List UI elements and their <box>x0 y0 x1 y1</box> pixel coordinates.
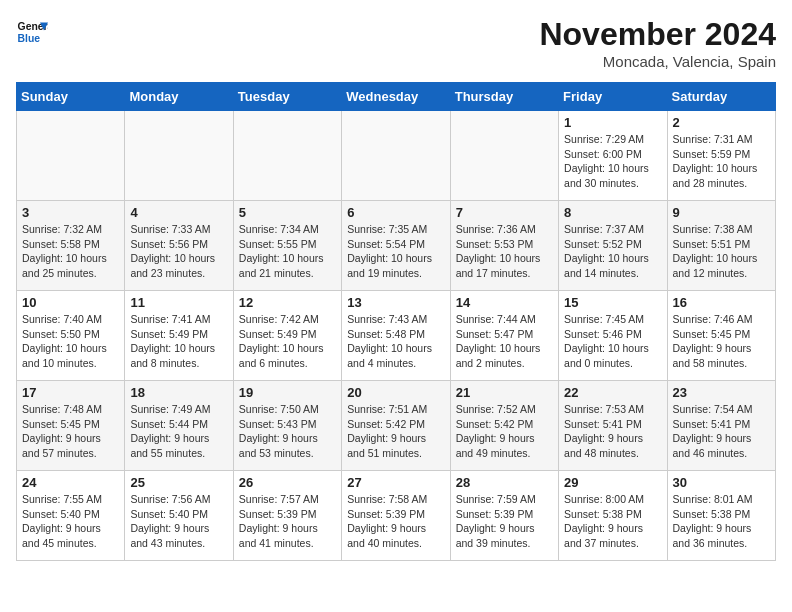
logo-icon: General Blue <box>16 16 48 48</box>
calendar-cell: 26Sunrise: 7:57 AM Sunset: 5:39 PM Dayli… <box>233 471 341 561</box>
day-info: Sunrise: 7:45 AM Sunset: 5:46 PM Dayligh… <box>564 312 661 371</box>
calendar-cell: 17Sunrise: 7:48 AM Sunset: 5:45 PM Dayli… <box>17 381 125 471</box>
day-info: Sunrise: 7:48 AM Sunset: 5:45 PM Dayligh… <box>22 402 119 461</box>
calendar-cell: 19Sunrise: 7:50 AM Sunset: 5:43 PM Dayli… <box>233 381 341 471</box>
day-info: Sunrise: 7:43 AM Sunset: 5:48 PM Dayligh… <box>347 312 444 371</box>
day-number: 18 <box>130 385 227 400</box>
day-number: 30 <box>673 475 770 490</box>
calendar-cell: 1Sunrise: 7:29 AM Sunset: 6:00 PM Daylig… <box>559 111 667 201</box>
calendar-table: SundayMondayTuesdayWednesdayThursdayFrid… <box>16 82 776 561</box>
calendar-cell: 2Sunrise: 7:31 AM Sunset: 5:59 PM Daylig… <box>667 111 775 201</box>
day-info: Sunrise: 7:57 AM Sunset: 5:39 PM Dayligh… <box>239 492 336 551</box>
calendar-cell: 5Sunrise: 7:34 AM Sunset: 5:55 PM Daylig… <box>233 201 341 291</box>
day-info: Sunrise: 7:56 AM Sunset: 5:40 PM Dayligh… <box>130 492 227 551</box>
day-number: 24 <box>22 475 119 490</box>
day-info: Sunrise: 7:31 AM Sunset: 5:59 PM Dayligh… <box>673 132 770 191</box>
calendar-cell: 22Sunrise: 7:53 AM Sunset: 5:41 PM Dayli… <box>559 381 667 471</box>
day-number: 20 <box>347 385 444 400</box>
day-number: 2 <box>673 115 770 130</box>
calendar-cell: 13Sunrise: 7:43 AM Sunset: 5:48 PM Dayli… <box>342 291 450 381</box>
calendar-cell: 15Sunrise: 7:45 AM Sunset: 5:46 PM Dayli… <box>559 291 667 381</box>
month-title: November 2024 <box>539 16 776 53</box>
day-number: 28 <box>456 475 553 490</box>
day-number: 13 <box>347 295 444 310</box>
day-number: 17 <box>22 385 119 400</box>
day-info: Sunrise: 7:52 AM Sunset: 5:42 PM Dayligh… <box>456 402 553 461</box>
calendar-cell: 21Sunrise: 7:52 AM Sunset: 5:42 PM Dayli… <box>450 381 558 471</box>
calendar-week-row: 17Sunrise: 7:48 AM Sunset: 5:45 PM Dayli… <box>17 381 776 471</box>
day-number: 8 <box>564 205 661 220</box>
calendar-cell: 4Sunrise: 7:33 AM Sunset: 5:56 PM Daylig… <box>125 201 233 291</box>
day-number: 22 <box>564 385 661 400</box>
day-info: Sunrise: 7:35 AM Sunset: 5:54 PM Dayligh… <box>347 222 444 281</box>
calendar-cell: 12Sunrise: 7:42 AM Sunset: 5:49 PM Dayli… <box>233 291 341 381</box>
day-number: 3 <box>22 205 119 220</box>
calendar-week-row: 24Sunrise: 7:55 AM Sunset: 5:40 PM Dayli… <box>17 471 776 561</box>
day-number: 7 <box>456 205 553 220</box>
day-info: Sunrise: 7:49 AM Sunset: 5:44 PM Dayligh… <box>130 402 227 461</box>
calendar-cell: 23Sunrise: 7:54 AM Sunset: 5:41 PM Dayli… <box>667 381 775 471</box>
day-info: Sunrise: 7:59 AM Sunset: 5:39 PM Dayligh… <box>456 492 553 551</box>
calendar-cell: 16Sunrise: 7:46 AM Sunset: 5:45 PM Dayli… <box>667 291 775 381</box>
day-number: 15 <box>564 295 661 310</box>
day-info: Sunrise: 7:50 AM Sunset: 5:43 PM Dayligh… <box>239 402 336 461</box>
day-number: 4 <box>130 205 227 220</box>
calendar-cell: 29Sunrise: 8:00 AM Sunset: 5:38 PM Dayli… <box>559 471 667 561</box>
day-number: 5 <box>239 205 336 220</box>
day-header-saturday: Saturday <box>667 83 775 111</box>
day-info: Sunrise: 7:36 AM Sunset: 5:53 PM Dayligh… <box>456 222 553 281</box>
calendar-cell: 24Sunrise: 7:55 AM Sunset: 5:40 PM Dayli… <box>17 471 125 561</box>
day-number: 16 <box>673 295 770 310</box>
calendar-cell: 30Sunrise: 8:01 AM Sunset: 5:38 PM Dayli… <box>667 471 775 561</box>
day-header-monday: Monday <box>125 83 233 111</box>
calendar-cell: 8Sunrise: 7:37 AM Sunset: 5:52 PM Daylig… <box>559 201 667 291</box>
day-info: Sunrise: 7:33 AM Sunset: 5:56 PM Dayligh… <box>130 222 227 281</box>
day-info: Sunrise: 7:42 AM Sunset: 5:49 PM Dayligh… <box>239 312 336 371</box>
calendar-body: 1Sunrise: 7:29 AM Sunset: 6:00 PM Daylig… <box>17 111 776 561</box>
logo: General Blue <box>16 16 48 48</box>
header: General Blue November 2024 Moncada, Vale… <box>16 16 776 70</box>
day-info: Sunrise: 7:55 AM Sunset: 5:40 PM Dayligh… <box>22 492 119 551</box>
location: Moncada, Valencia, Spain <box>539 53 776 70</box>
day-info: Sunrise: 8:01 AM Sunset: 5:38 PM Dayligh… <box>673 492 770 551</box>
calendar-cell: 20Sunrise: 7:51 AM Sunset: 5:42 PM Dayli… <box>342 381 450 471</box>
day-info: Sunrise: 7:53 AM Sunset: 5:41 PM Dayligh… <box>564 402 661 461</box>
calendar-cell <box>125 111 233 201</box>
day-number: 21 <box>456 385 553 400</box>
svg-text:Blue: Blue <box>18 33 41 44</box>
day-number: 9 <box>673 205 770 220</box>
day-number: 26 <box>239 475 336 490</box>
day-number: 10 <box>22 295 119 310</box>
day-info: Sunrise: 7:44 AM Sunset: 5:47 PM Dayligh… <box>456 312 553 371</box>
calendar-cell: 18Sunrise: 7:49 AM Sunset: 5:44 PM Dayli… <box>125 381 233 471</box>
calendar-cell <box>17 111 125 201</box>
day-header-sunday: Sunday <box>17 83 125 111</box>
day-info: Sunrise: 7:51 AM Sunset: 5:42 PM Dayligh… <box>347 402 444 461</box>
day-info: Sunrise: 7:38 AM Sunset: 5:51 PM Dayligh… <box>673 222 770 281</box>
calendar-header-row: SundayMondayTuesdayWednesdayThursdayFrid… <box>17 83 776 111</box>
day-number: 12 <box>239 295 336 310</box>
calendar-week-row: 3Sunrise: 7:32 AM Sunset: 5:58 PM Daylig… <box>17 201 776 291</box>
day-number: 23 <box>673 385 770 400</box>
calendar-cell: 6Sunrise: 7:35 AM Sunset: 5:54 PM Daylig… <box>342 201 450 291</box>
calendar-cell: 7Sunrise: 7:36 AM Sunset: 5:53 PM Daylig… <box>450 201 558 291</box>
title-area: November 2024 Moncada, Valencia, Spain <box>539 16 776 70</box>
day-header-tuesday: Tuesday <box>233 83 341 111</box>
day-info: Sunrise: 7:40 AM Sunset: 5:50 PM Dayligh… <box>22 312 119 371</box>
calendar-cell <box>342 111 450 201</box>
calendar-cell: 3Sunrise: 7:32 AM Sunset: 5:58 PM Daylig… <box>17 201 125 291</box>
calendar-cell: 28Sunrise: 7:59 AM Sunset: 5:39 PM Dayli… <box>450 471 558 561</box>
day-header-friday: Friday <box>559 83 667 111</box>
day-info: Sunrise: 8:00 AM Sunset: 5:38 PM Dayligh… <box>564 492 661 551</box>
calendar-cell: 11Sunrise: 7:41 AM Sunset: 5:49 PM Dayli… <box>125 291 233 381</box>
day-number: 19 <box>239 385 336 400</box>
day-info: Sunrise: 7:37 AM Sunset: 5:52 PM Dayligh… <box>564 222 661 281</box>
day-number: 6 <box>347 205 444 220</box>
calendar-cell: 27Sunrise: 7:58 AM Sunset: 5:39 PM Dayli… <box>342 471 450 561</box>
day-info: Sunrise: 7:58 AM Sunset: 5:39 PM Dayligh… <box>347 492 444 551</box>
day-info: Sunrise: 7:46 AM Sunset: 5:45 PM Dayligh… <box>673 312 770 371</box>
calendar-cell: 14Sunrise: 7:44 AM Sunset: 5:47 PM Dayli… <box>450 291 558 381</box>
calendar-cell: 10Sunrise: 7:40 AM Sunset: 5:50 PM Dayli… <box>17 291 125 381</box>
day-info: Sunrise: 7:29 AM Sunset: 6:00 PM Dayligh… <box>564 132 661 191</box>
day-number: 25 <box>130 475 227 490</box>
